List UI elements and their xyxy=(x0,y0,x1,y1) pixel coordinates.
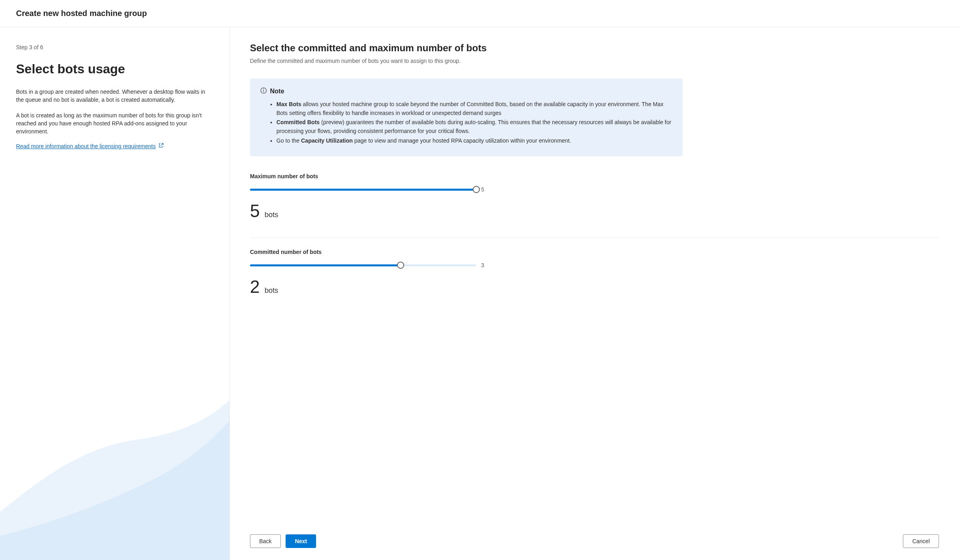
note-item-1: Max Bots allows your hosted machine grou… xyxy=(276,100,672,117)
sidebar-description-2: A bot is created as long as the maximum … xyxy=(16,111,214,136)
committed-bots-max-label: 3 xyxy=(481,262,484,268)
licensing-link[interactable]: Read more information about the licensin… xyxy=(16,143,164,149)
max-bots-value-display: 5 bots xyxy=(250,201,939,221)
max-bots-slider-row: 5 xyxy=(250,186,939,193)
note-header: Note xyxy=(260,87,672,95)
header-bar: Create new hosted machine group xyxy=(0,0,959,27)
committed-bots-section: Committed number of bots 3 2 bots xyxy=(250,249,939,297)
note-item-3-text: page to view and manage your hosted RPA … xyxy=(353,137,571,144)
note-item-3-pre: Go to the xyxy=(276,137,301,144)
note-item-2-bold: Committed Bots xyxy=(276,119,320,125)
sidebar: Step 3 of 6 Select bots usage Bots in a … xyxy=(0,27,230,560)
back-button[interactable]: Back xyxy=(250,534,281,548)
footer-left: Back Next xyxy=(250,534,316,548)
main-panel: Select the committed and maximum number … xyxy=(230,27,959,560)
max-bots-value-number: 5 xyxy=(250,201,260,221)
licensing-link-text: Read more information about the licensin… xyxy=(16,143,156,149)
sidebar-title: Select bots usage xyxy=(16,62,214,77)
body-wrap: Step 3 of 6 Select bots usage Bots in a … xyxy=(0,27,959,560)
max-bots-max-label: 5 xyxy=(481,186,484,193)
note-box: Note Max Bots allows your hosted machine… xyxy=(250,79,683,156)
committed-bots-fill xyxy=(250,264,401,266)
max-bots-section: Maximum number of bots 5 5 bots xyxy=(250,173,939,221)
committed-bots-value-display: 2 bots xyxy=(250,277,939,297)
external-link-icon xyxy=(158,143,164,149)
info-icon xyxy=(260,87,267,95)
committed-bots-slider[interactable] xyxy=(250,262,476,269)
max-bots-label: Maximum number of bots xyxy=(250,173,939,179)
committed-bots-value-number: 2 xyxy=(250,277,260,297)
step-indicator: Step 3 of 6 xyxy=(16,44,214,50)
svg-point-2 xyxy=(264,89,264,89)
next-button[interactable]: Next xyxy=(286,534,316,548)
main-title: Select the committed and maximum number … xyxy=(250,42,939,54)
max-bots-slider[interactable] xyxy=(250,186,476,193)
note-item-3: Go to the Capacity Utilization page to v… xyxy=(276,137,672,145)
max-bots-value-unit: bots xyxy=(264,211,278,219)
sidebar-description-1: Bots in a group are created when needed.… xyxy=(16,88,214,104)
section-divider xyxy=(250,237,939,238)
committed-bots-slider-row: 3 xyxy=(250,262,939,269)
note-list: Max Bots allows your hosted machine grou… xyxy=(260,100,672,145)
note-item-2-text: (preview) guarantees the number of avail… xyxy=(276,119,671,134)
committed-bots-thumb[interactable] xyxy=(397,262,404,269)
cancel-button[interactable]: Cancel xyxy=(903,534,939,548)
note-item-2: Committed Bots (preview) guarantees the … xyxy=(276,118,672,135)
committed-bots-value-unit: bots xyxy=(264,286,278,295)
note-item-1-bold: Max Bots xyxy=(276,101,301,107)
header-title: Create new hosted machine group xyxy=(16,9,943,18)
max-bots-thumb[interactable] xyxy=(473,186,480,193)
main-subtitle: Define the committed and maximum number … xyxy=(250,58,939,64)
max-bots-fill xyxy=(250,189,476,191)
note-item-3-bold: Capacity Utilization xyxy=(301,137,353,144)
decorative-wave xyxy=(0,400,230,560)
note-item-1-text: allows your hosted machine group to scal… xyxy=(276,101,663,116)
committed-bots-label: Committed number of bots xyxy=(250,249,939,255)
footer: Back Next Cancel xyxy=(230,526,959,560)
note-heading-text: Note xyxy=(270,88,284,95)
